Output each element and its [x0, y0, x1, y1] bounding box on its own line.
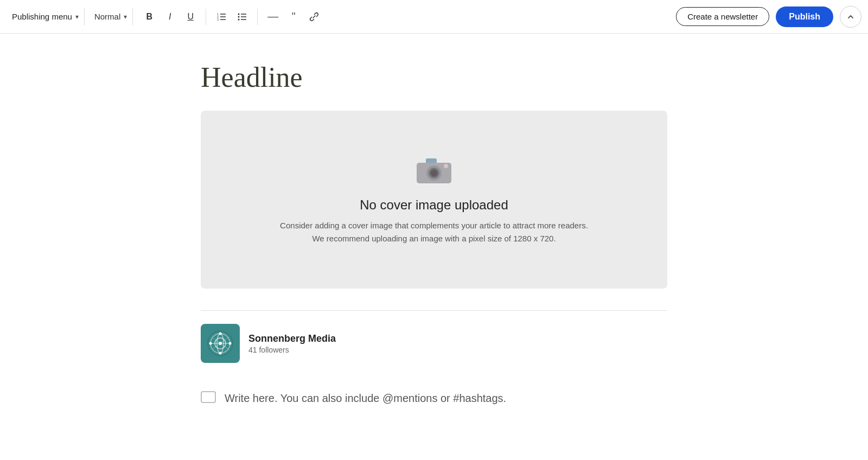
create-newsletter-button[interactable]: Create a newsletter: [676, 7, 769, 26]
format-group-insert: — ": [261, 7, 326, 27]
no-cover-title: No cover image uploaded: [360, 197, 508, 213]
svg-point-6: [238, 13, 240, 15]
svg-point-30: [229, 342, 232, 345]
format-group-text: B I U: [137, 7, 202, 27]
svg-point-31: [219, 342, 222, 345]
toolbar: Publishing menu ▾ Normal ▾ B I U 1 2 3: [0, 0, 868, 34]
author-info: Sonnenberg Media 41 followers: [248, 333, 336, 354]
author-divider: [201, 310, 667, 311]
no-cover-description: Consider adding a cover image that compl…: [280, 219, 588, 245]
svg-rect-32: [201, 392, 215, 403]
write-area[interactable]: Write here. You can also include @mentio…: [201, 385, 667, 406]
style-select-label: Normal: [94, 12, 120, 21]
toolbar-divider-2: [257, 9, 258, 25]
svg-point-10: [238, 18, 240, 20]
style-select[interactable]: Normal ▾: [89, 8, 133, 25]
svg-point-29: [209, 342, 212, 345]
publish-button[interactable]: Publish: [776, 7, 833, 27]
author-followers: 41 followers: [248, 346, 336, 354]
divider-button[interactable]: —: [263, 7, 283, 27]
link-button[interactable]: [304, 7, 324, 27]
publishing-menu-label: Publishing menu: [12, 12, 72, 21]
format-group-list: 1 2 3: [209, 7, 254, 27]
author-name: Sonnenberg Media: [248, 333, 336, 344]
author-section: Sonnenberg Media 41 followers: [201, 324, 667, 363]
toolbar-right-section: Create a newsletter Publish: [676, 6, 861, 28]
cover-image-upload-zone[interactable]: No cover image uploaded Consider adding …: [201, 111, 667, 289]
headline-area[interactable]: Headline: [201, 50, 667, 111]
publishing-menu-arrow-icon: ▾: [75, 13, 79, 21]
chevron-up-button[interactable]: [840, 6, 861, 28]
publishing-menu-button[interactable]: Publishing menu ▾: [7, 8, 85, 25]
write-icon: [201, 391, 216, 403]
svg-point-27: [219, 333, 222, 335]
main-content: Headline No: [190, 34, 678, 439]
svg-rect-19: [417, 163, 451, 183]
svg-point-28: [219, 352, 222, 355]
bold-button[interactable]: B: [139, 7, 159, 27]
quote-button[interactable]: ": [284, 7, 303, 27]
unordered-list-button[interactable]: [232, 7, 252, 27]
headline-input[interactable]: Headline: [201, 61, 667, 94]
svg-point-8: [238, 16, 240, 17]
camera-icon: [415, 154, 453, 188]
italic-button[interactable]: I: [160, 7, 180, 27]
toolbar-divider-1: [206, 9, 206, 25]
svg-text:3: 3: [217, 17, 219, 21]
style-select-arrow-icon: ▾: [124, 13, 127, 21]
write-placeholder[interactable]: Write here. You can also include @mentio…: [225, 390, 506, 406]
ordered-list-button[interactable]: 1 2 3: [212, 7, 231, 27]
author-avatar[interactable]: [201, 324, 240, 363]
underline-button[interactable]: U: [181, 7, 200, 27]
